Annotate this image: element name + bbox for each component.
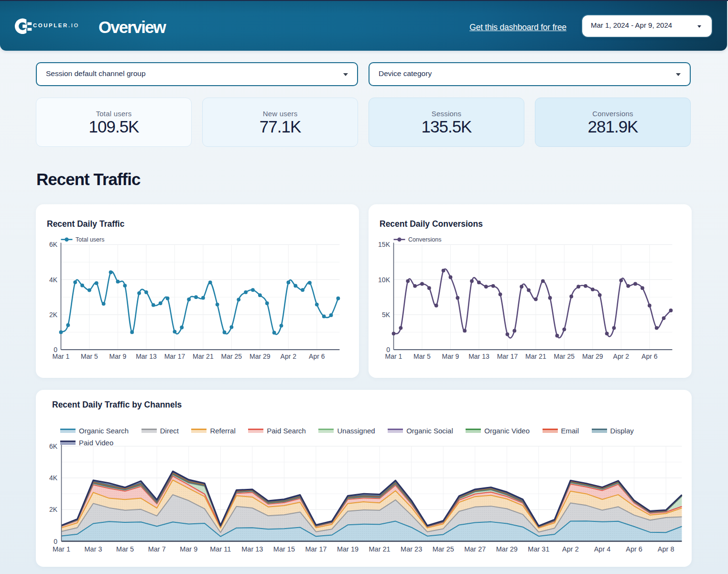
svg-text:Apr 6: Apr 6: [641, 353, 658, 360]
svg-text:Mar 7: Mar 7: [148, 545, 166, 553]
svg-text:Recent Daily Conversions: Recent Daily Conversions: [380, 219, 483, 229]
svg-text:Apr 2: Apr 2: [562, 545, 579, 553]
svg-text:Conversions: Conversions: [408, 236, 441, 243]
svg-text:Mar 29: Mar 29: [496, 545, 518, 553]
svg-text:Mar 5: Mar 5: [116, 545, 134, 553]
svg-text:Mar 5: Mar 5: [413, 353, 431, 360]
svg-text:Apr 8: Apr 8: [658, 545, 674, 553]
svg-text:2K: 2K: [49, 311, 58, 319]
svg-text:4K: 4K: [49, 474, 58, 482]
svg-text:Apr 6: Apr 6: [626, 545, 642, 553]
svg-text:Recent Daily Traffic: Recent Daily Traffic: [47, 219, 125, 229]
svg-text:Mar 23: Mar 23: [401, 545, 422, 553]
svg-text:Apr 2: Apr 2: [281, 353, 297, 360]
svg-text:0: 0: [54, 538, 57, 545]
svg-text:Apr 6: Apr 6: [309, 353, 325, 360]
svg-text:Mar 17: Mar 17: [497, 353, 518, 360]
svg-text:Mar 9: Mar 9: [442, 353, 459, 360]
svg-text:Mar 17: Mar 17: [164, 353, 185, 360]
svg-text:Mar 9: Mar 9: [109, 353, 127, 360]
svg-text:Mar 3: Mar 3: [85, 545, 102, 553]
svg-text:Mar 29: Mar 29: [250, 353, 271, 360]
svg-text:Mar 19: Mar 19: [337, 545, 359, 553]
svg-text:Mar 17: Mar 17: [305, 545, 326, 553]
svg-text:4K: 4K: [49, 276, 58, 284]
svg-text:Mar 13: Mar 13: [468, 353, 489, 360]
svg-text:Mar 21: Mar 21: [193, 353, 214, 360]
svg-text:Mar 5: Mar 5: [81, 353, 98, 360]
svg-text:Mar 1: Mar 1: [53, 545, 70, 553]
svg-text:Mar 13: Mar 13: [241, 545, 263, 553]
svg-text:Apr 2: Apr 2: [613, 353, 630, 360]
svg-text:Mar 11: Mar 11: [210, 545, 231, 553]
svg-text:Mar 1: Mar 1: [385, 353, 402, 360]
svg-text:Total users: Total users: [76, 236, 104, 243]
svg-text:Mar 29: Mar 29: [582, 353, 603, 360]
svg-text:Mar 9: Mar 9: [180, 545, 197, 553]
svg-text:Mar 1: Mar 1: [53, 353, 70, 360]
svg-text:15K: 15K: [378, 241, 391, 248]
svg-text:6K: 6K: [49, 442, 58, 450]
svg-text:Mar 25: Mar 25: [554, 353, 575, 360]
svg-text:2K: 2K: [49, 506, 58, 513]
svg-text:Mar 31: Mar 31: [528, 545, 549, 553]
svg-text:5K: 5K: [382, 311, 391, 319]
svg-text:Mar 15: Mar 15: [273, 545, 295, 553]
svg-text:Mar 27: Mar 27: [464, 545, 486, 553]
svg-text:Mar 21: Mar 21: [525, 353, 546, 360]
svg-text:Mar 13: Mar 13: [136, 353, 157, 360]
svg-text:Mar 25: Mar 25: [221, 353, 242, 360]
svg-text:Apr 4: Apr 4: [594, 545, 611, 553]
svg-text:Recent Daily Traffic by Channe: Recent Daily Traffic by Channels: [52, 400, 182, 409]
svg-text:Mar 25: Mar 25: [433, 545, 454, 553]
svg-text:Mar 21: Mar 21: [369, 545, 391, 553]
svg-text:6K: 6K: [49, 241, 58, 248]
svg-text:10K: 10K: [378, 276, 391, 284]
